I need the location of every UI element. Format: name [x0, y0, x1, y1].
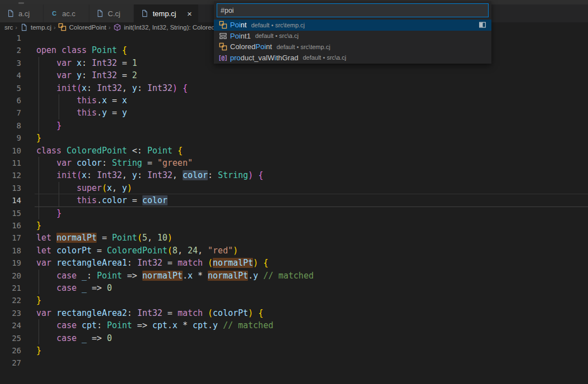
code-editor[interactable]: 12open class Point {3 var x: Int32 = 14 … — [0, 32, 588, 384]
code-line-10[interactable]: 10class ColoredPoint <: Point { — [0, 145, 588, 157]
code-line-5[interactable]: 5 init(x: Int32, y: Int32) { — [0, 82, 588, 94]
result-label: ColoredPoint — [230, 42, 272, 51]
code-text: init(x: Int32, y: Int32, color: String) … — [36, 169, 263, 181]
vscode-window: a.cjCac.cC.cjtemp.cj× src›temp.cj›Colore… — [0, 0, 588, 384]
code-line-26[interactable]: 26} — [0, 344, 588, 357]
code-line-27[interactable]: 27 — [0, 357, 588, 369]
tab-label: C.cj — [108, 9, 120, 18]
quick-open-result-0[interactable]: Pointdefault • src\temp.cj — [214, 20, 491, 31]
result-description: default • src\a.cj — [303, 54, 346, 61]
tab-label: a.cj — [18, 9, 30, 18]
tab-C-cj[interactable]: C.cj — [89, 4, 134, 22]
word-highlight: color — [142, 195, 168, 205]
word-highlight-occurrence: normalPt — [142, 271, 183, 281]
quick-open-popup: #poi Pointdefault • src\temp.cjPoint1def… — [214, 1, 491, 64]
chevron-right-icon: › — [54, 24, 56, 31]
quick-open-result-3[interactable]: [@]product_valWithGraddefault • src\a.cj — [214, 52, 491, 64]
code-line-12[interactable]: 12 init(x: Int32, y: Int32, color: Strin… — [0, 169, 588, 181]
line-number: 11 — [0, 157, 21, 169]
tab-temp-cj[interactable]: temp.cj× — [134, 4, 199, 22]
code-line-17[interactable]: 17let normalPt = Point(5, 10) — [0, 232, 588, 244]
code-line-25[interactable]: 25 case _ => 0 — [0, 332, 588, 344]
tab-label: ac.c — [62, 9, 75, 18]
line-number: 23 — [0, 307, 21, 319]
line-number: 6 — [0, 94, 21, 107]
tab-label: temp.cj — [152, 9, 176, 18]
line-number: 21 — [0, 282, 21, 294]
line-number: 5 — [0, 82, 21, 94]
code-text: this.y = y — [36, 107, 127, 119]
result-description: default • src\a.cj — [255, 32, 299, 39]
code-line-16[interactable]: 16} — [0, 219, 588, 232]
word-highlight-occurrence: normalPt — [56, 233, 97, 243]
breadcrumb-item-1[interactable]: temp.cj — [20, 23, 51, 32]
chevron-right-icon: › — [15, 24, 17, 31]
line-number: 2 — [0, 44, 21, 56]
line-number: 25 — [0, 332, 21, 344]
quick-open-input[interactable]: #poi — [217, 3, 489, 17]
line-number: 24 — [0, 319, 21, 332]
code-line-7[interactable]: 7 this.y = y — [0, 107, 588, 119]
line-number: 19 — [0, 257, 21, 269]
code-line-14[interactable]: 14 this.color = color — [0, 194, 588, 207]
code-text: case _ => 0 — [36, 282, 112, 294]
method-icon — [113, 23, 122, 32]
line-number: 20 — [0, 270, 21, 282]
quick-open-result-1[interactable]: Point1default • src\a.cj — [214, 31, 491, 42]
c-file-icon: C — [50, 9, 59, 18]
line-number: 18 — [0, 244, 21, 257]
misc-icon: [@] — [218, 53, 227, 62]
code-line-24[interactable]: 24 case cpt: Point => cpt.x * cpt.y // m… — [0, 319, 588, 332]
line-number: 26 — [0, 344, 21, 357]
split-editor-icon — [478, 21, 487, 30]
class-icon — [218, 21, 227, 30]
breadcrumb-item-3[interactable]: init(Int32, Int32, String): ColoredPoint — [113, 23, 230, 32]
result-label: Point1 — [230, 32, 251, 40]
code-text: var rectangleArea2: Int32 = match (color… — [36, 307, 263, 319]
code-line-18[interactable]: 18let colorPt = ColoredPoint(8, 24, "red… — [0, 244, 588, 257]
code-line-8[interactable]: 8 } — [0, 119, 588, 132]
class-icon — [58, 23, 67, 32]
line-number: 12 — [0, 169, 21, 181]
cj-file-icon — [6, 9, 15, 18]
line-number: 1 — [0, 32, 21, 44]
word-highlight-occurrence: normalPt — [208, 271, 248, 281]
code-text: this.x = x — [36, 94, 127, 107]
tab-a-cj[interactable]: a.cj — [0, 4, 44, 22]
code-line-21[interactable]: 21 case _ => 0 — [0, 282, 588, 294]
code-line-22[interactable]: 22} — [0, 294, 588, 306]
line-number: 4 — [0, 69, 21, 81]
code-line-6[interactable]: 6 this.x = x — [0, 94, 588, 107]
code-line-11[interactable]: 11 var color: String = "green" — [0, 157, 588, 169]
code-text: } — [36, 219, 41, 232]
quick-open-query: #poi — [221, 7, 234, 15]
code-text: case _: Point => normalPt.x * normalPt.y… — [36, 270, 314, 282]
chevron-right-icon: › — [108, 24, 111, 31]
code-text: } — [36, 207, 61, 219]
breadcrumb-item-0[interactable]: src — [4, 24, 13, 31]
code-line-9[interactable]: 9} — [0, 132, 588, 144]
code-line-15[interactable]: 15 } — [0, 207, 588, 219]
code-line-20[interactable]: 20 case _: Point => normalPt.x * normalP… — [0, 270, 588, 282]
breadcrumb-label: ColoredPoint — [69, 24, 106, 31]
word-highlight: color — [183, 170, 208, 180]
line-number: 3 — [0, 57, 21, 69]
code-text: var rectangleArea1: Int32 = match (norma… — [36, 257, 268, 269]
tab-ac-c[interactable]: Cac.c — [44, 4, 89, 22]
code-line-19[interactable]: 19var rectangleArea1: Int32 = match (nor… — [0, 257, 588, 269]
code-text: class ColoredPoint <: Point { — [36, 145, 183, 157]
code-text: let normalPt = Point(5, 10) — [36, 232, 173, 244]
quick-open-result-2[interactable]: ColoredPointdefault • src\temp.cj — [214, 41, 491, 52]
result-description: default • src\temp.cj — [276, 44, 330, 50]
code-text: this.color = color — [36, 194, 168, 207]
breadcrumb-item-2[interactable]: ColoredPoint — [58, 23, 106, 32]
open-to-side-button[interactable] — [478, 21, 487, 30]
close-icon[interactable]: × — [185, 9, 194, 18]
result-label: Point — [230, 21, 247, 29]
code-line-23[interactable]: 23var rectangleArea2: Int32 = match (col… — [0, 307, 588, 319]
code-line-4[interactable]: 4 var y: Int32 = 2 — [0, 69, 588, 81]
breadcrumb-label: temp.cj — [31, 24, 51, 31]
code-line-13[interactable]: 13 super(x, y) — [0, 182, 588, 194]
cj-file-icon — [95, 9, 104, 18]
quick-open-results: Pointdefault • src\temp.cjPoint1default … — [214, 20, 491, 63]
